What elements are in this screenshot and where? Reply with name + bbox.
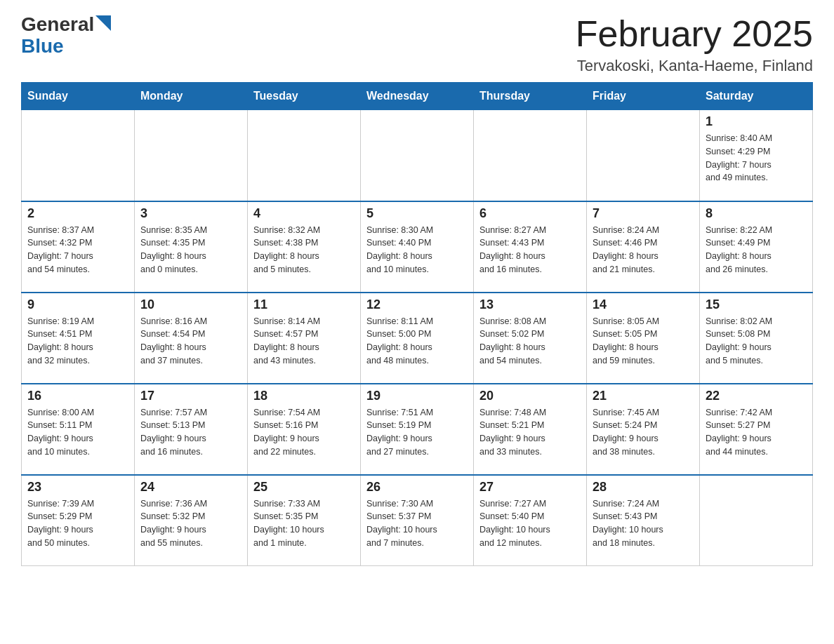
calendar-cell: 25Sunrise: 7:33 AM Sunset: 5:35 PM Dayli… [248,475,361,566]
day-number: 1 [706,114,807,129]
day-info: Sunrise: 7:54 AM Sunset: 5:16 PM Dayligh… [253,406,355,459]
calendar-cell: 4Sunrise: 8:32 AM Sunset: 4:38 PM Daylig… [248,201,361,293]
calendar-title: February 2025 [576,14,813,54]
calendar-cell: 14Sunrise: 8:05 AM Sunset: 5:05 PM Dayli… [587,293,700,384]
svg-marker-0 [95,15,111,31]
day-info: Sunrise: 8:24 AM Sunset: 4:46 PM Dayligh… [593,224,694,276]
calendar-cell: 8Sunrise: 8:22 AM Sunset: 4:49 PM Daylig… [700,201,813,293]
day-number: 5 [366,206,468,221]
day-number: 23 [27,480,128,495]
day-info: Sunrise: 8:08 AM Sunset: 5:02 PM Dayligh… [479,315,581,368]
day-number: 15 [706,297,807,312]
calendar-cell: 21Sunrise: 7:45 AM Sunset: 5:24 PM Dayli… [587,384,700,475]
logo-general: General [21,14,94,36]
day-info: Sunrise: 8:19 AM Sunset: 4:51 PM Dayligh… [27,315,128,368]
calendar-table: SundayMondayTuesdayWednesdayThursdayFrid… [21,82,813,566]
calendar-cell [361,110,474,201]
calendar-cell: 16Sunrise: 8:00 AM Sunset: 5:11 PM Dayli… [22,384,135,475]
calendar-cell: 22Sunrise: 7:42 AM Sunset: 5:27 PM Dayli… [700,384,813,475]
calendar-cell: 24Sunrise: 7:36 AM Sunset: 5:32 PM Dayli… [135,475,248,566]
day-number: 25 [253,480,355,495]
calendar-cell: 20Sunrise: 7:48 AM Sunset: 5:21 PM Dayli… [474,384,587,475]
day-info: Sunrise: 8:27 AM Sunset: 4:43 PM Dayligh… [479,224,581,276]
day-number: 7 [593,206,694,221]
day-number: 17 [140,389,241,403]
calendar-cell: 7Sunrise: 8:24 AM Sunset: 4:46 PM Daylig… [587,201,700,293]
day-info: Sunrise: 7:42 AM Sunset: 5:27 PM Dayligh… [706,406,807,459]
calendar-cell: 5Sunrise: 8:30 AM Sunset: 4:40 PM Daylig… [361,201,474,293]
day-number: 3 [140,206,241,221]
day-number: 16 [27,389,128,403]
day-info: Sunrise: 7:27 AM Sunset: 5:40 PM Dayligh… [479,497,581,550]
day-number: 8 [706,206,807,221]
calendar-cell: 12Sunrise: 8:11 AM Sunset: 5:00 PM Dayli… [361,293,474,384]
header-tuesday: Tuesday [248,83,361,110]
calendar-cell: 10Sunrise: 8:16 AM Sunset: 4:54 PM Dayli… [135,293,248,384]
day-number: 11 [253,297,355,312]
day-number: 10 [140,297,241,312]
day-info: Sunrise: 7:39 AM Sunset: 5:29 PM Dayligh… [27,497,128,550]
day-number: 13 [479,297,581,312]
header-sunday: Sunday [22,83,135,110]
day-number: 18 [253,389,355,403]
day-info: Sunrise: 7:36 AM Sunset: 5:32 PM Dayligh… [140,497,241,550]
day-info: Sunrise: 8:02 AM Sunset: 5:08 PM Dayligh… [706,315,807,368]
day-info: Sunrise: 7:51 AM Sunset: 5:19 PM Dayligh… [366,406,468,459]
calendar-cell [474,110,587,201]
day-info: Sunrise: 7:45 AM Sunset: 5:24 PM Dayligh… [593,406,694,459]
header-wednesday: Wednesday [361,83,474,110]
day-number: 28 [593,480,694,495]
day-info: Sunrise: 7:57 AM Sunset: 5:13 PM Dayligh… [140,406,241,459]
header-thursday: Thursday [474,83,587,110]
day-info: Sunrise: 7:48 AM Sunset: 5:21 PM Dayligh… [479,406,581,459]
day-number: 22 [706,389,807,403]
day-number: 19 [366,389,468,403]
calendar-cell: 3Sunrise: 8:35 AM Sunset: 4:35 PM Daylig… [135,201,248,293]
calendar-cell: 13Sunrise: 8:08 AM Sunset: 5:02 PM Dayli… [474,293,587,384]
calendar-cell: 2Sunrise: 8:37 AM Sunset: 4:32 PM Daylig… [22,201,135,293]
calendar-cell: 17Sunrise: 7:57 AM Sunset: 5:13 PM Dayli… [135,384,248,475]
day-number: 26 [366,480,468,495]
day-info: Sunrise: 7:30 AM Sunset: 5:37 PM Dayligh… [366,497,468,550]
calendar-cell: 1Sunrise: 8:40 AM Sunset: 4:29 PM Daylig… [700,110,813,201]
day-info: Sunrise: 8:11 AM Sunset: 5:00 PM Dayligh… [366,315,468,368]
calendar-week-row: 2Sunrise: 8:37 AM Sunset: 4:32 PM Daylig… [22,201,813,293]
day-info: Sunrise: 8:40 AM Sunset: 4:29 PM Dayligh… [706,132,807,185]
calendar-cell: 18Sunrise: 7:54 AM Sunset: 5:16 PM Dayli… [248,384,361,475]
calendar-subtitle: Tervakoski, Kanta-Haeme, Finland [576,57,813,75]
day-info: Sunrise: 8:16 AM Sunset: 4:54 PM Dayligh… [140,315,241,368]
day-info: Sunrise: 8:05 AM Sunset: 5:05 PM Dayligh… [593,315,694,368]
day-info: Sunrise: 8:22 AM Sunset: 4:49 PM Dayligh… [706,224,807,276]
calendar-cell: 19Sunrise: 7:51 AM Sunset: 5:19 PM Dayli… [361,384,474,475]
header-monday: Monday [135,83,248,110]
calendar-week-row: 9Sunrise: 8:19 AM Sunset: 4:51 PM Daylig… [22,293,813,384]
calendar-cell: 27Sunrise: 7:27 AM Sunset: 5:40 PM Dayli… [474,475,587,566]
page-header: General Blue February 2025 Tervakoski, K… [21,14,813,75]
day-number: 20 [479,389,581,403]
logo: General Blue [21,14,111,58]
day-info: Sunrise: 8:30 AM Sunset: 4:40 PM Dayligh… [366,224,468,276]
day-number: 2 [27,206,128,221]
day-number: 24 [140,480,241,495]
calendar-cell: 26Sunrise: 7:30 AM Sunset: 5:37 PM Dayli… [361,475,474,566]
day-info: Sunrise: 8:14 AM Sunset: 4:57 PM Dayligh… [253,315,355,368]
day-number: 14 [593,297,694,312]
calendar-cell [587,110,700,201]
day-number: 21 [593,389,694,403]
day-number: 12 [366,297,468,312]
calendar-cell: 9Sunrise: 8:19 AM Sunset: 4:51 PM Daylig… [22,293,135,384]
day-info: Sunrise: 7:24 AM Sunset: 5:43 PM Dayligh… [593,497,694,550]
header-friday: Friday [587,83,700,110]
logo-blue: Blue [21,36,64,58]
calendar-header-row: SundayMondayTuesdayWednesdayThursdayFrid… [22,83,813,110]
calendar-cell [135,110,248,201]
day-number: 4 [253,206,355,221]
calendar-cell: 15Sunrise: 8:02 AM Sunset: 5:08 PM Dayli… [700,293,813,384]
header-saturday: Saturday [700,83,813,110]
calendar-week-row: 16Sunrise: 8:00 AM Sunset: 5:11 PM Dayli… [22,384,813,475]
calendar-cell: 6Sunrise: 8:27 AM Sunset: 4:43 PM Daylig… [474,201,587,293]
calendar-cell: 23Sunrise: 7:39 AM Sunset: 5:29 PM Dayli… [22,475,135,566]
calendar-week-row: 23Sunrise: 7:39 AM Sunset: 5:29 PM Dayli… [22,475,813,566]
calendar-cell: 11Sunrise: 8:14 AM Sunset: 4:57 PM Dayli… [248,293,361,384]
day-info: Sunrise: 8:37 AM Sunset: 4:32 PM Dayligh… [27,224,128,276]
